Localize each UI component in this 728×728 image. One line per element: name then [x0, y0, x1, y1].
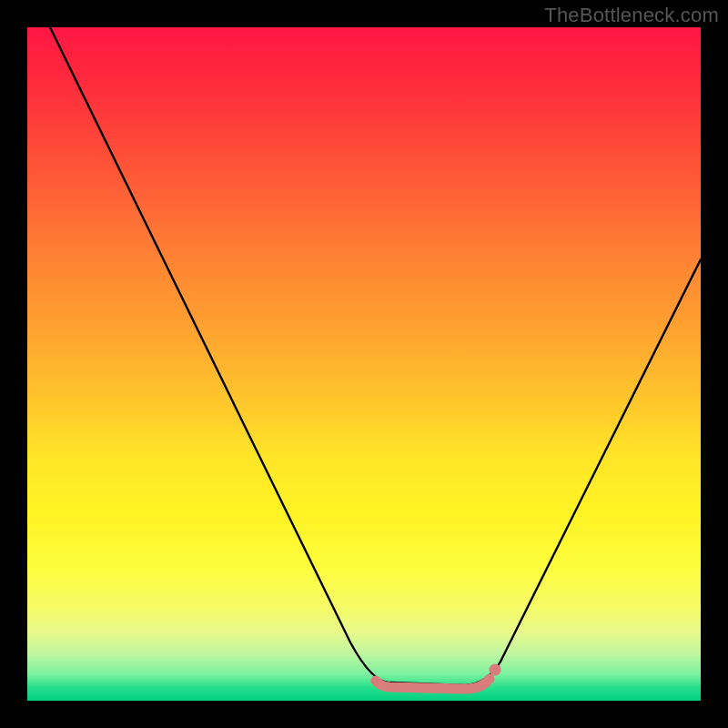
highlight-end-dot [490, 664, 501, 676]
optimal-range-highlight [376, 679, 490, 689]
watermark-text: TheBottleneck.com [544, 4, 719, 27]
curve-layer [27, 27, 701, 701]
plot-area [27, 27, 701, 701]
chart-frame: TheBottleneck.com [0, 0, 728, 728]
bottleneck-curve [50, 27, 701, 685]
